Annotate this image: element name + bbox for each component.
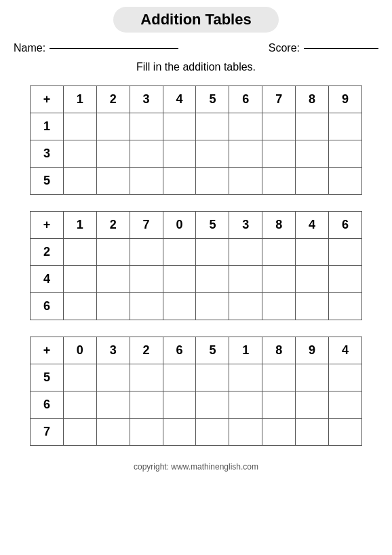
cell-2-6[interactable]: [262, 293, 296, 320]
cell-2-8[interactable]: [329, 293, 362, 320]
cell-0-1[interactable]: [96, 239, 130, 266]
cell-1-1[interactable]: [96, 266, 130, 293]
cell-0-7[interactable]: [296, 364, 329, 391]
cell-2-2[interactable]: [130, 293, 163, 320]
header-col-1: 3: [96, 337, 130, 364]
cell-1-5[interactable]: [229, 391, 262, 419]
cell-1-7[interactable]: [296, 266, 329, 293]
cell-2-4[interactable]: [196, 419, 229, 446]
cell-2-5[interactable]: [229, 168, 262, 195]
cell-0-8[interactable]: [329, 364, 362, 391]
cell-1-7[interactable]: [296, 140, 329, 168]
cell-0-4[interactable]: [196, 364, 229, 391]
cell-0-6[interactable]: [262, 113, 296, 140]
cell-1-3[interactable]: [163, 266, 196, 293]
cell-2-0[interactable]: [63, 168, 96, 195]
cell-0-8[interactable]: [329, 239, 362, 266]
cell-1-4[interactable]: [196, 391, 229, 419]
cell-2-6[interactable]: [262, 419, 296, 446]
cell-1-5[interactable]: [229, 266, 262, 293]
table-section-1: +123456789135: [14, 85, 378, 195]
cell-2-0[interactable]: [63, 419, 96, 446]
instructions-text: Fill in the addition tables.: [14, 61, 378, 73]
cell-2-5[interactable]: [229, 419, 262, 446]
cell-1-3[interactable]: [163, 140, 196, 168]
cell-1-1[interactable]: [96, 391, 130, 419]
cell-1-2[interactable]: [130, 391, 163, 419]
header-col-4: 5: [196, 337, 229, 364]
cell-2-1[interactable]: [96, 419, 130, 446]
cell-0-2[interactable]: [130, 364, 163, 391]
header-col-1: 2: [96, 212, 130, 239]
cell-2-4[interactable]: [196, 293, 229, 320]
row-label-0: 1: [31, 113, 64, 140]
cell-0-5[interactable]: [229, 113, 262, 140]
header-col-4: 5: [196, 212, 229, 239]
row-label-1: 6: [31, 391, 64, 419]
cell-0-6[interactable]: [262, 364, 296, 391]
cell-1-8[interactable]: [329, 140, 362, 168]
cell-0-2[interactable]: [130, 113, 163, 140]
cell-1-8[interactable]: [329, 266, 362, 293]
cell-1-6[interactable]: [262, 140, 296, 168]
cell-0-5[interactable]: [229, 364, 262, 391]
cell-2-2[interactable]: [130, 419, 163, 446]
cell-1-8[interactable]: [329, 391, 362, 419]
cell-0-7[interactable]: [296, 113, 329, 140]
page-title: Addition Tables: [113, 7, 278, 33]
cell-0-6[interactable]: [262, 239, 296, 266]
cell-2-7[interactable]: [296, 168, 329, 195]
cell-2-3[interactable]: [163, 419, 196, 446]
cell-2-8[interactable]: [329, 419, 362, 446]
cell-0-2[interactable]: [130, 239, 163, 266]
cell-2-7[interactable]: [296, 293, 329, 320]
cell-0-1[interactable]: [96, 364, 130, 391]
row-label-2: 6: [31, 293, 64, 320]
cell-0-4[interactable]: [196, 113, 229, 140]
score-underline: [304, 48, 378, 49]
cell-1-0[interactable]: [63, 140, 96, 168]
plus-symbol: +: [31, 86, 64, 113]
cell-2-0[interactable]: [63, 293, 96, 320]
cell-2-8[interactable]: [329, 168, 362, 195]
cell-1-2[interactable]: [130, 266, 163, 293]
cell-1-6[interactable]: [262, 266, 296, 293]
cell-0-8[interactable]: [329, 113, 362, 140]
cell-0-4[interactable]: [196, 239, 229, 266]
cell-2-4[interactable]: [196, 168, 229, 195]
cell-0-7[interactable]: [296, 239, 329, 266]
cell-1-1[interactable]: [96, 140, 130, 168]
cell-2-6[interactable]: [262, 168, 296, 195]
header-col-2: 7: [130, 212, 163, 239]
cell-0-0[interactable]: [63, 113, 96, 140]
cell-1-0[interactable]: [63, 266, 96, 293]
cell-1-4[interactable]: [196, 266, 229, 293]
cell-2-1[interactable]: [96, 293, 130, 320]
plus-symbol: +: [31, 337, 64, 364]
cell-1-6[interactable]: [262, 391, 296, 419]
cell-2-2[interactable]: [130, 168, 163, 195]
cell-1-2[interactable]: [130, 140, 163, 168]
plus-symbol: +: [31, 212, 64, 239]
cell-0-0[interactable]: [63, 364, 96, 391]
cell-1-4[interactable]: [196, 140, 229, 168]
cell-0-3[interactable]: [163, 364, 196, 391]
header-col-8: 9: [329, 86, 362, 113]
cell-2-3[interactable]: [163, 293, 196, 320]
cell-0-5[interactable]: [229, 239, 262, 266]
cell-0-1[interactable]: [96, 113, 130, 140]
cell-2-1[interactable]: [96, 168, 130, 195]
header-col-7: 4: [296, 212, 329, 239]
cell-1-5[interactable]: [229, 140, 262, 168]
cell-0-3[interactable]: [163, 239, 196, 266]
cell-2-5[interactable]: [229, 293, 262, 320]
cell-0-0[interactable]: [63, 239, 96, 266]
cell-2-7[interactable]: [296, 419, 329, 446]
cell-1-3[interactable]: [163, 391, 196, 419]
header-col-2: 3: [130, 86, 163, 113]
cell-1-0[interactable]: [63, 391, 96, 419]
cell-1-7[interactable]: [296, 391, 329, 419]
cell-2-3[interactable]: [163, 168, 196, 195]
copyright-text: copyright: www.mathinenglish.com: [14, 462, 378, 472]
cell-0-3[interactable]: [163, 113, 196, 140]
